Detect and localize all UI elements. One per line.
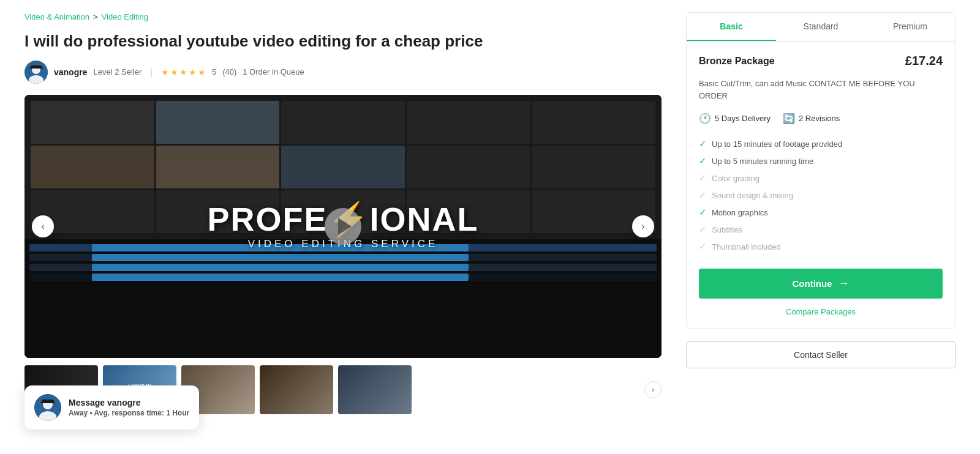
- play-button[interactable]: [325, 208, 361, 245]
- revisions-label: 2 Revisions: [799, 114, 840, 123]
- delivery-label: 5 Days Delivery: [715, 114, 771, 123]
- check-icon-3: ✓: [699, 173, 707, 184]
- review-count: (40): [222, 67, 236, 76]
- seller-row: vanogre Level 2 Seller | ★ ★ ★ ★ ★ 5 (40…: [24, 61, 662, 84]
- check-icon-5: ✓: [699, 207, 707, 218]
- thumbnails-next-button[interactable]: ›: [644, 381, 662, 398]
- media-main: PROFE⚡IONAL VIDEO EDITING SERVICE ‹ ›: [24, 95, 662, 358]
- svg-rect-9: [40, 402, 55, 403]
- feature-label-6: Subtitles: [712, 225, 742, 234]
- check-icon-7: ✓: [699, 241, 707, 252]
- continue-arrow-icon: →: [839, 277, 850, 290]
- star-4: ★: [189, 67, 197, 77]
- feature-subtitles: ✓ Subtitles: [699, 221, 943, 238]
- features-list: ✓ Up to 15 minutes of footage provided ✓…: [699, 135, 943, 255]
- message-seller-avatar: [34, 394, 61, 421]
- response-label: Avg. response time:: [94, 409, 164, 417]
- feature-label-2: Up to 5 minutes running time: [712, 157, 813, 166]
- check-icon-2: ✓: [699, 155, 707, 166]
- star-5: ★: [198, 67, 206, 77]
- seller-level: Level 2 Seller: [93, 67, 141, 76]
- order-queue: 1 Order in Queue: [243, 67, 304, 76]
- feature-label-3: Color grading: [712, 174, 760, 183]
- feature-label-5: Motion graphics: [712, 208, 768, 217]
- breadcrumb-sep: >: [93, 12, 98, 21]
- message-away-status: Away: [69, 409, 88, 417]
- media-container: PROFE⚡IONAL VIDEO EDITING SERVICE ‹ ›: [24, 95, 662, 358]
- feature-footage: ✓ Up to 15 minutes of footage provided: [699, 135, 943, 152]
- delivery-meta: 🕐 5 Days Delivery: [699, 113, 771, 124]
- package-meta: 🕐 5 Days Delivery 🔄 2 Revisions: [699, 113, 943, 124]
- rating-count: 5: [212, 67, 216, 76]
- message-status: Away • Avg. response time: 1 Hour: [69, 409, 189, 417]
- feature-label-1: Up to 15 minutes of footage provided: [712, 140, 842, 149]
- message-seller-name: Message vanogre: [69, 398, 189, 407]
- contact-seller-button[interactable]: Contact Seller: [686, 341, 956, 368]
- seller-avatar[interactable]: [24, 61, 48, 84]
- tab-basic[interactable]: Basic: [687, 13, 776, 41]
- gig-title: I will do professional youtube video edi…: [24, 31, 662, 52]
- package-name: Bronze Package: [699, 56, 775, 67]
- feature-runtime: ✓ Up to 5 minutes running time: [699, 152, 943, 169]
- revision-icon: 🔄: [783, 113, 795, 124]
- right-column: Basic Standard Premium Bronze Package £1…: [686, 12, 956, 414]
- package-body: Bronze Package £17.24 Basic Cut/Trim, ca…: [687, 42, 955, 329]
- feature-motion: ✓ Motion graphics: [699, 204, 943, 221]
- tab-standard[interactable]: Standard: [776, 13, 865, 41]
- thumbnail-4[interactable]: [260, 365, 333, 414]
- tab-premium[interactable]: Premium: [865, 13, 955, 41]
- feature-sound: ✓ Sound design & mixing: [699, 187, 943, 204]
- revision-meta: 🔄 2 Revisions: [783, 113, 840, 124]
- breadcrumb: Video & Animation > Video Editing: [24, 12, 662, 21]
- media-next-button[interactable]: ›: [632, 215, 654, 237]
- feature-color: ✓ Color grading: [699, 169, 943, 187]
- package-price: £17.24: [905, 54, 943, 68]
- stars-container: ★ ★ ★ ★ ★: [161, 67, 206, 77]
- check-icon-6: ✓: [699, 224, 707, 235]
- feature-label-7: Thumbnail included: [712, 242, 781, 251]
- video-timeline: [24, 239, 662, 358]
- feature-label-4: Sound design & mixing: [712, 191, 793, 200]
- compare-packages-link[interactable]: Compare Packages: [699, 307, 943, 316]
- feature-thumbnail: ✓ Thumbnail included: [699, 238, 943, 255]
- message-box: Message vanogre Away • Avg. response tim…: [24, 385, 199, 426]
- thumbnail-5[interactable]: [338, 365, 412, 414]
- clock-icon: 🕐: [699, 113, 711, 124]
- message-info: Message vanogre Away • Avg. response tim…: [69, 398, 189, 417]
- star-2: ★: [170, 67, 178, 77]
- response-time: 1 Hour: [166, 409, 189, 417]
- star-1: ★: [161, 67, 169, 77]
- media-prev-button[interactable]: ‹: [32, 215, 54, 237]
- breadcrumb-parent[interactable]: Video & Animation: [24, 12, 89, 21]
- continue-label: Continue: [793, 278, 832, 289]
- continue-button[interactable]: Continue →: [699, 269, 943, 299]
- check-icon-4: ✓: [699, 190, 707, 201]
- seller-name[interactable]: vanogre: [54, 67, 87, 77]
- breadcrumb-child[interactable]: Video Editing: [102, 12, 148, 21]
- svg-rect-4: [29, 67, 43, 69]
- star-3: ★: [179, 67, 187, 77]
- package-description: Basic Cut/Trim, can add Music CONTACT ME…: [699, 78, 943, 102]
- check-icon-1: ✓: [699, 138, 707, 149]
- package-card: Basic Standard Premium Bronze Package £1…: [686, 12, 956, 329]
- package-header: Bronze Package £17.24: [699, 54, 943, 68]
- package-tabs: Basic Standard Premium: [687, 13, 955, 42]
